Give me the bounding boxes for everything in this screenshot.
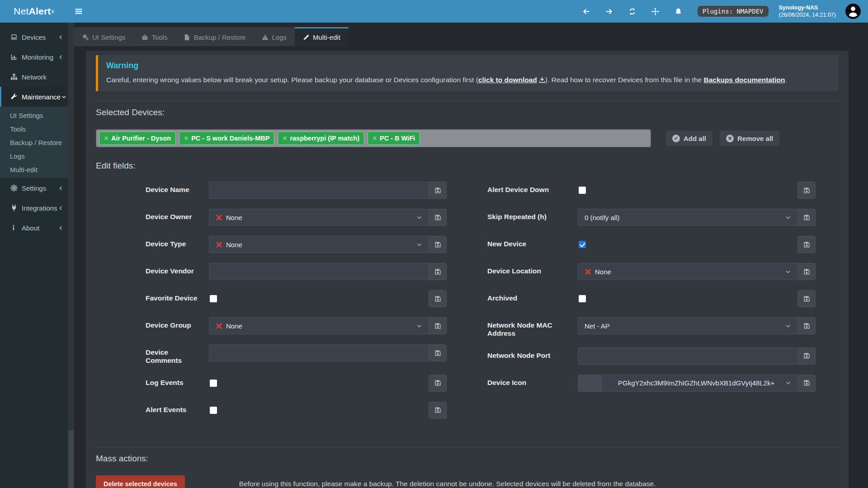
tag-x-icon[interactable] (104, 136, 108, 141)
tab-logs[interactable]: Logs (254, 27, 295, 46)
forward-arrow-icon[interactable] (602, 3, 617, 19)
add-all-button[interactable]: ✓ Add all (666, 131, 712, 146)
tab-backup-restore[interactable]: Backup / Restore (175, 27, 254, 46)
sidebar-subitem-multi-edit[interactable]: Multi-edit (0, 163, 68, 176)
field-control-archived (578, 290, 816, 307)
tag-x-icon[interactable] (373, 136, 377, 141)
sidebar: DevicesMonitoringNetworkMaintenanceUI Se… (0, 23, 68, 488)
device-group-save-button[interactable] (429, 317, 447, 334)
network-node-mac-address-select[interactable]: Net - AP (578, 317, 797, 334)
bell-icon[interactable] (671, 3, 686, 19)
field-row-network-node-port: Network Node Port (487, 347, 816, 365)
pencil-icon (303, 34, 310, 41)
app-logo[interactable]: NetAlertx (0, 0, 68, 23)
network-node-port-input[interactable] (578, 347, 797, 365)
tab-multi-edit[interactable]: Multi-edit (295, 27, 349, 46)
field-control-alert-device-down (578, 182, 816, 199)
hamburger-icon[interactable] (69, 0, 89, 23)
alert-device-down-save-button[interactable] (797, 182, 816, 199)
favorite-device-save-button[interactable] (429, 290, 447, 307)
back-arrow-icon[interactable] (579, 3, 594, 19)
tag-x-icon[interactable] (184, 136, 189, 141)
host-time: (26/06/2024, 14:21:07) (779, 11, 836, 19)
field-row-archived: Archived (487, 290, 816, 307)
device-comments-input[interactable] (209, 344, 429, 361)
device-icon-select[interactable]: PGkgY2xhc3M9ImZhIGZhLWNvbXB1dGVyIj48L2k+ (578, 375, 797, 392)
sidebar-subitem-backup-restore[interactable]: Backup / Restore (0, 136, 68, 149)
sidebar-item-about[interactable]: About (0, 218, 68, 238)
device-vendor-save-button[interactable] (429, 263, 447, 280)
device-group-select[interactable]: None (209, 317, 429, 334)
download-backup-link[interactable]: click to download (478, 76, 545, 84)
device-type-select[interactable]: None (209, 236, 429, 253)
device-location-select[interactable]: None (578, 263, 797, 280)
new-device-save-button[interactable] (797, 236, 816, 253)
device-comments-save-button[interactable] (429, 344, 447, 361)
device-icon-save-button[interactable] (797, 375, 816, 392)
sidebar-item-label: Monitoring (22, 53, 57, 61)
sidebar-item-maintenance[interactable]: Maintenance (0, 87, 68, 107)
field-row-device-location: Device LocationNone (487, 263, 816, 280)
sidebar-subitem-logs[interactable]: Logs (0, 149, 68, 163)
gears-icon (82, 34, 89, 41)
field-label-device-location: Device Location (487, 263, 578, 280)
device-name-save-button[interactable] (429, 182, 447, 199)
sidebar-item-monitoring[interactable]: Monitoring (0, 47, 68, 67)
topbar-actions: Plugins: NMAPDEV Synology-NAS (26/06/202… (579, 3, 868, 19)
device-owner-select[interactable]: None (209, 209, 429, 226)
warning-title: Warning (106, 61, 830, 70)
selected-devices-field[interactable]: Air Purifier - DysonPC - S work Daniels-… (96, 129, 651, 147)
field-label-alert-events: Alert Events (146, 402, 209, 419)
skip-repeated-h-selected-value: 0 (notify all) (585, 214, 620, 221)
device-owner-save-button[interactable] (429, 209, 447, 226)
sidebar-subitem-tools[interactable]: Tools (0, 122, 68, 136)
selection-buttons: ✓ Add all ✕ Remove all (666, 131, 779, 146)
field-row-device-type: Device TypeNone (146, 236, 447, 253)
field-control-device-group: None (209, 317, 447, 334)
device-type-save-button[interactable] (429, 236, 447, 253)
host-name: Synology-NAS (779, 4, 836, 11)
red-x-icon (216, 214, 222, 221)
chart-icon (10, 53, 18, 61)
tab-tools[interactable]: Tools (133, 27, 175, 46)
scrollbar-thumb[interactable] (68, 430, 74, 488)
tab-label: Logs (272, 33, 287, 41)
skip-repeated-h-save-button[interactable] (797, 209, 816, 226)
sidebar-subitem-ui-settings[interactable]: UI Settings (0, 108, 68, 122)
refresh-icon[interactable] (625, 3, 640, 19)
log-events-save-button[interactable] (429, 375, 447, 392)
archived-checkbox[interactable] (579, 295, 586, 302)
sidebar-item-devices[interactable]: Devices (0, 27, 68, 47)
skip-repeated-h-select[interactable]: 0 (notify all) (578, 209, 797, 226)
tag-x-icon[interactable] (283, 136, 287, 141)
log-events-checkbox[interactable] (210, 380, 217, 387)
backups-documentation-link[interactable]: Backups documentation (703, 76, 785, 84)
divider (93, 101, 841, 101)
device-name-input[interactable] (209, 182, 429, 199)
download-icon (539, 77, 545, 83)
favorite-device-checkbox[interactable] (210, 295, 217, 302)
move-icon[interactable] (648, 3, 663, 19)
sidebar-item-integrations[interactable]: Integrations (0, 198, 68, 218)
network-node-mac-address-save-button[interactable] (797, 317, 816, 334)
tab-ui-settings[interactable]: UI Settings (74, 27, 133, 46)
alert-events-checkbox[interactable] (210, 407, 217, 414)
device-vendor-input[interactable] (209, 263, 429, 280)
field-control-log-events (209, 375, 447, 392)
new-device-checkbox[interactable] (579, 241, 586, 248)
select-chevron-icon (416, 215, 422, 221)
sidebar-item-label: About (22, 224, 57, 232)
network-node-port-save-button[interactable] (797, 347, 816, 365)
user-avatar-icon[interactable] (845, 4, 861, 19)
alert-events-save-button[interactable] (429, 402, 447, 419)
alert-device-down-checkbox[interactable] (579, 187, 586, 194)
remove-all-button[interactable]: ✕ Remove all (720, 131, 779, 146)
field-control-network-node-mac-address: Net - AP (578, 317, 816, 334)
delete-selected-devices-button[interactable]: Delete selected devices (96, 475, 185, 488)
content-scrollbar[interactable] (68, 23, 74, 488)
sidebar-item-network[interactable]: Network (0, 67, 68, 87)
device-location-save-button[interactable] (797, 263, 816, 280)
field-label-device-group: Device Group (146, 317, 209, 334)
sidebar-item-settings[interactable]: Settings (0, 178, 68, 198)
archived-save-button[interactable] (797, 290, 816, 307)
